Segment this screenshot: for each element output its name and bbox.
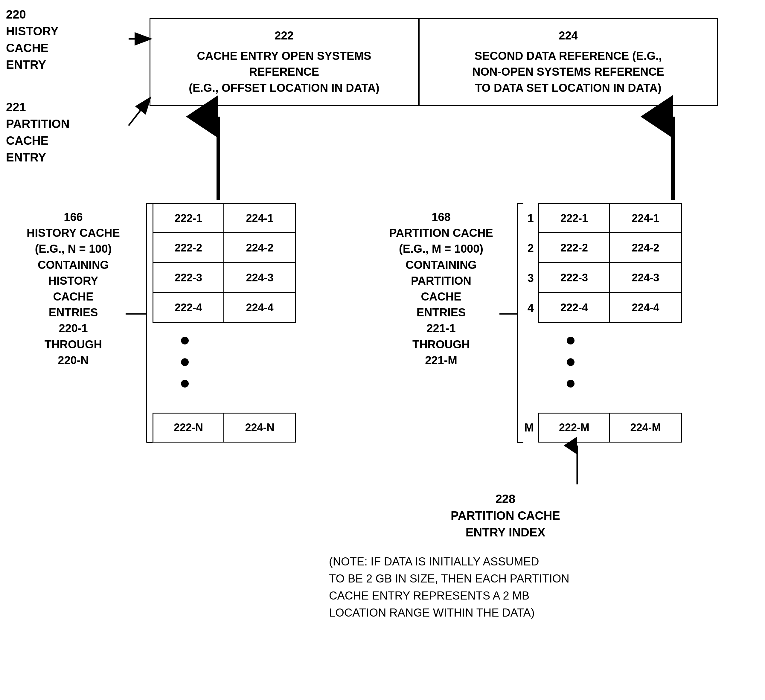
table-row: 222-2 224-2 [538,233,682,263]
index-m: M [520,413,538,442]
cell-222-4: 222-4 [153,293,224,323]
pcell-222-3: 222-3 [538,263,610,293]
table-row: 222-4 224-4 [538,293,682,323]
pcell-222-1: 222-1 [538,203,610,233]
table-row: 222-3 224-3 [538,263,682,293]
bottom-note: (NOTE: IF DATA IS INITIALLY ASSUMED TO B… [329,553,748,621]
cell-224-2: 224-2 [224,233,296,263]
history-cache-entry-label: 220 HISTORY CACHE ENTRY [6,6,58,73]
cell-224-3: 224-3 [224,263,296,293]
pcell-222-4: 222-4 [538,293,610,323]
table-row: 222-2 224-2 [153,233,296,263]
table-row: 222-1 224-1 [153,203,296,233]
partition-index-label: 228 PARTITION CACHE ENTRY INDEX [416,491,595,541]
pcell-224-4: 224-4 [610,293,682,323]
pcell-222-m: 222-M [538,413,610,442]
svg-line-3 [129,99,150,126]
box-224-line3: TO DATA SET LOCATION IN DATA) [475,80,661,96]
cell-222-n: 222-N [153,413,224,442]
partition-cache-label: 168 PARTITION CACHE (E.G., M = 1000) CON… [374,209,508,368]
cell-222-3: 222-3 [153,263,224,293]
cell-224-n: 224-N [224,413,296,442]
history-table-dots: ●●● [179,329,191,393]
box-224-number: 224 [559,28,578,44]
partition-table: 222-1 224-1 222-2 224-2 222-3 224-3 [538,203,682,323]
index-3: 3 [520,263,538,293]
box-222-number: 222 [274,28,293,44]
index-4: 4 [520,293,538,323]
history-table-last-row: 222-N 224-N [153,413,296,442]
table-row: 222-M 224-M [538,413,682,442]
history-cache-label: 166 HISTORY CACHE (E.G., N = 100) CONTAI… [6,209,140,368]
diagram: 220 HISTORY CACHE ENTRY 221 PARTITION CA… [0,0,765,700]
box-224-line1: SECOND DATA REFERENCE (E.G., [475,48,662,64]
cell-224-1: 224-1 [224,203,296,233]
cell-222-1: 222-1 [153,203,224,233]
index-2: 2 [520,233,538,263]
partition-table-dots: ●●● [565,329,576,393]
box-222-line3: (E.G., OFFSET LOCATION IN DATA) [189,80,379,96]
box-224: 224 SECOND DATA REFERENCE (E.G., NON-OPE… [419,18,718,106]
table-row: 222-4 224-4 [153,293,296,323]
top-boxes-container: 222 CACHE ENTRY OPEN SYSTEMS REFERENCE (… [150,18,718,106]
pcell-222-2: 222-2 [538,233,610,263]
box-224-line2: NON-OPEN SYSTEMS REFERENCE [472,64,664,80]
pcell-224-m: 224-M [610,413,682,442]
index-1: 1 [520,203,538,233]
box-222-line2: REFERENCE [249,64,319,80]
box-222: 222 CACHE ENTRY OPEN SYSTEMS REFERENCE (… [150,18,419,106]
cell-222-2: 222-2 [153,233,224,263]
cell-224-4: 224-4 [224,293,296,323]
history-table: 222-1 224-1 222-2 224-2 222-3 224-3 [153,203,296,323]
table-row: 222-3 224-3 [153,263,296,293]
table-row: 222-N 224-N [153,413,296,442]
table-row: 222-1 224-1 [538,203,682,233]
box-222-line1: CACHE ENTRY OPEN SYSTEMS [197,48,371,64]
pcell-224-3: 224-3 [610,263,682,293]
partition-index-labels: 1 2 3 4 [520,203,538,323]
pcell-224-1: 224-1 [610,203,682,233]
partition-cache-entry-label: 221 PARTITION CACHE ENTRY [6,99,70,166]
pcell-224-2: 224-2 [610,233,682,263]
partition-table-last-row: 222-M 224-M [538,413,682,442]
